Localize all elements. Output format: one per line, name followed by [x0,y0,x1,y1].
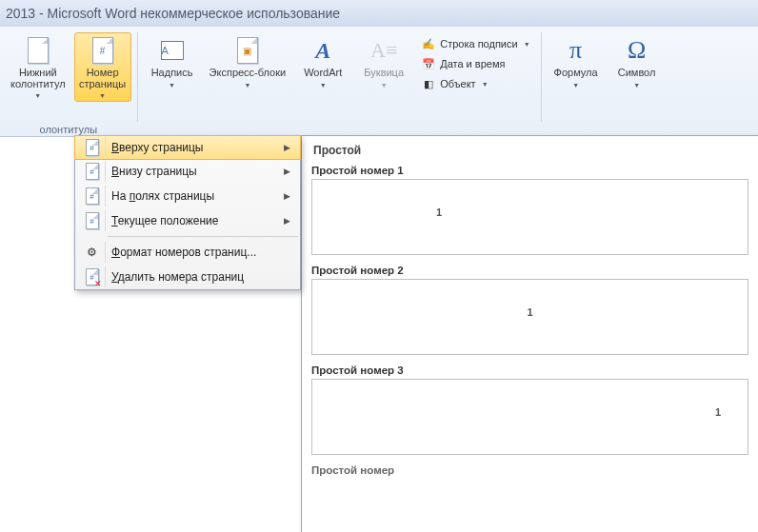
menu-item[interactable]: #Внизу страницы▶ [75,159,300,184]
wordart-icon: A [308,35,338,66]
quickparts-button[interactable]: ▣ Экспресс-блоки ▼ [205,32,291,91]
menu-item-label: Текущее положение [111,214,284,227]
page-number-label: Номер страницы [79,68,126,89]
page-number-icon: # [88,35,118,66]
gallery-item[interactable]: Простой номер 21 [311,265,748,355]
equation-icon: π [561,35,591,66]
gallery-item-title: Простой номер 1 [311,165,748,176]
object-button[interactable]: ◧ Объект ▼ [416,74,534,93]
signature-line-button[interactable]: ✍ Строка подписи ▼ [416,34,534,53]
menu-item-icon: # [79,210,106,231]
submenu-arrow-icon: ▶ [284,143,296,152]
menu-item-label: Формат номеров страниц... [111,246,296,259]
footer-label: Нижний колонтитул [10,68,66,89]
dropdown-icon: ▼ [99,92,106,99]
footer-button[interactable]: Нижний колонтитул ▼ [6,32,70,102]
menu-item-icon: # [79,161,106,182]
object-icon: ◧ [421,76,436,91]
dropdown-icon: ▼ [482,81,489,88]
equation-button[interactable]: π Формула ▼ [548,32,605,91]
menu-item-icon: # [79,186,106,207]
menu-item[interactable]: #На полях страницы▶ [75,184,300,208]
gallery-item-title: Простой номер 3 [311,365,748,376]
dropdown-icon: ▼ [244,82,250,89]
dropdown-icon: ▼ [633,82,640,89]
submenu-arrow-icon: ▶ [284,167,296,176]
page-icon [23,35,53,66]
group-label-header-footer: олонтитулы [0,124,137,135]
symbol-label: Символ [618,68,656,79]
dropcap-icon: A≡ [369,35,399,66]
menu-item-icon: # [79,137,106,158]
gallery-item[interactable]: Простой номер 31 [311,365,748,455]
object-label: Объект [440,78,475,89]
datetime-label: Дата и время [440,58,505,69]
gallery-item[interactable]: Простой номер 11 [311,165,748,255]
submenu-arrow-icon: ▶ [284,216,296,226]
menu-item-label: Вверху страницы [111,141,284,154]
window-title: 2013 - Microsoft Word некоммерческое исп… [6,6,340,21]
dropdown-icon: ▼ [381,82,388,89]
textbox-button[interactable]: A Надпись ▼ [144,32,201,91]
quickparts-icon: ▣ [232,35,263,66]
equation-label: Формула [554,68,598,79]
gallery-item-title: Простой номер 2 [311,265,748,276]
menu-item-icon: ⚙ [79,242,106,263]
page-number-sample: 1 [715,406,721,418]
signature-icon: ✍ [421,36,436,51]
page-number-sample: 1 [436,207,442,218]
page-number-button[interactable]: # Номер страницы ▼ [74,32,131,102]
page-number-sample: 1 [527,306,532,318]
gallery-item-title-truncated: Простой номер [311,464,748,476]
dropdown-icon: ▼ [524,41,530,48]
menu-item[interactable]: #✕Удалить номера страниц [75,265,300,289]
datetime-button[interactable]: 📅 Дата и время [416,54,534,73]
dropdown-icon: ▼ [169,82,175,89]
submenu-arrow-icon: ▶ [284,191,296,201]
group-symbols: π Формула ▼ Ω Символ ▼ [542,32,671,122]
dropcap-button[interactable]: A≡ Буквица ▼ [355,32,412,91]
title-bar: 2013 - Microsoft Word некоммерческое исп… [0,0,758,27]
page-number-menu: #Вверху страницы▶#Внизу страницы▶#На пол… [74,135,301,290]
menu-item-label: Внизу страницы [111,165,284,178]
menu-item[interactable]: #Текущее положение▶ [75,208,300,233]
gallery-item-preview: 1 [311,279,748,355]
menu-item-icon: #✕ [79,266,106,287]
dropdown-icon: ▼ [320,82,327,89]
gallery-section-title: Простой [313,144,748,157]
menu-item[interactable]: #Вверху страницы▶ [74,135,301,160]
dropdown-icon: ▼ [572,82,579,89]
menu-item[interactable]: ⚙Формат номеров страниц... [75,240,300,265]
menu-item-label: Удалить номера страниц [111,270,296,284]
quickparts-label: Экспресс-блоки [209,68,287,79]
signature-label: Строка подписи [440,38,517,49]
group-text: A Надпись ▼ ▣ Экспресс-блоки ▼ A WordArt… [138,32,542,122]
menu-item-label: На полях страницы [111,189,284,203]
group-header-footer: Нижний колонтитул ▼ # Номер страницы ▼ о… [0,32,138,122]
dropdown-icon: ▼ [34,92,41,99]
symbol-icon: Ω [622,35,652,66]
datetime-icon: 📅 [421,56,436,71]
menu-separator [108,236,298,237]
wordart-label: WordArt [304,68,342,79]
ribbon: Нижний колонтитул ▼ # Номер страницы ▼ о… [0,27,758,137]
wordart-button[interactable]: A WordArt ▼ [294,32,351,91]
textbox-label: Надпись [151,68,193,79]
symbol-button[interactable]: Ω Символ ▼ [608,32,666,91]
textbox-icon: A [157,35,188,66]
dropcap-label: Буквица [364,68,404,79]
gallery-item-preview: 1 [311,379,748,455]
gallery-item-preview: 1 [311,179,748,255]
page-number-gallery: Простой Простой номер 11Простой номер 21… [301,135,758,532]
